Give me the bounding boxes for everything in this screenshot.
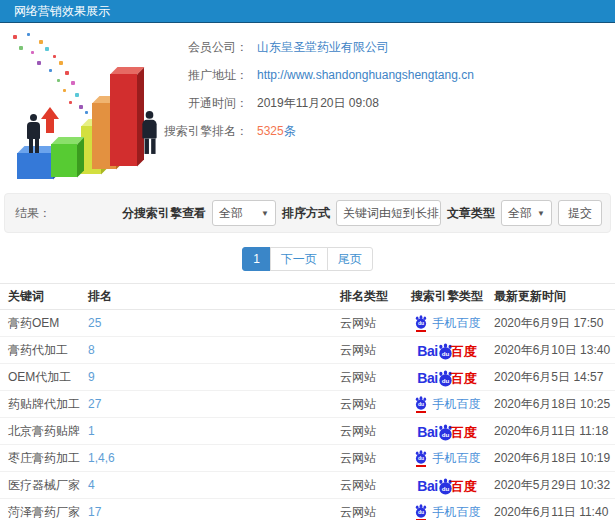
table-row: 北京膏药贴牌 1 云网站 Bai du 百度 2020年6月11日 11:18 [0,418,615,445]
chart-bar-green [51,144,77,177]
svg-text:du: du [417,320,423,326]
table-row: 膏药代加工 8 云网站 Bai du 百度 2020年6月10日 13:40 [0,337,615,364]
header-update-time: 最新更新时间 [494,288,615,305]
svg-text:du: du [417,455,423,461]
keyword-cell: 膏药OEM [0,315,88,332]
table-row: 菏泽膏药厂家 17 云网站 du 手机百度 2020年6月11日 11:40 [0,499,615,520]
company-link[interactable]: 山东皇圣堂药业有限公司 [257,39,389,56]
baidu-paw-icon: du [414,396,428,410]
svg-text:du: du [441,349,449,356]
update-time-cell: 2020年6月11日 11:18 [494,423,615,440]
rank-type-cell: 云网站 [340,342,400,359]
chevron-down-icon: ▼ [261,209,269,218]
confetti-dot [31,51,34,54]
svg-text:du: du [417,509,423,515]
header-rank-type: 排名类型 [340,288,400,305]
engine-cell: Bai du 百度 [400,478,494,493]
info-row-company: 会员公司： 山东皇圣堂药业有限公司 [150,33,611,61]
article-type-label: 文章类型 [447,205,495,222]
confetti-dot [75,93,79,97]
submit-button[interactable]: 提交 [558,200,602,226]
engine-filter-select[interactable]: 全部 ▼ [212,200,276,226]
top-section: 会员公司： 山东皇圣堂药业有限公司 推广地址： http://www.shand… [0,23,615,193]
baidu-mobile-logo: du 手机百度 [414,450,481,467]
rank-link[interactable]: 9 [88,370,95,384]
baidu-mobile-logo: du 手机百度 [414,396,481,413]
confetti-dot [63,89,66,92]
results-table: 关键词 排名 排名类型 搜索引擎类型 最新更新时间 膏药OEM 25 云网站 d… [0,283,615,520]
confetti-dot [37,61,41,65]
rank-link[interactable]: 8 [88,343,95,357]
table-row: 药贴牌代加工 27 云网站 du 手机百度 2020年6月18日 10:25 [0,391,615,418]
confetti-dot [71,81,75,85]
engine-rank-label: 搜索引擎排名： [150,123,248,140]
update-time-cell: 2020年6月9日 17:50 [494,315,615,332]
confetti-dot [69,101,72,104]
table-row: 膏药OEM 25 云网站 du 手机百度 2020年6月9日 17:50 [0,310,615,337]
rank-type-cell: 云网站 [340,396,400,413]
engine-cell: du 手机百度 [400,396,494,413]
promo-url-label: 推广地址： [150,67,248,84]
chevron-down-icon: ▼ [537,209,545,218]
confetti-dot [79,105,83,109]
rank-type-cell: 云网站 [340,315,400,332]
sort-select[interactable]: 关键词由短到长排序 ▼ [336,200,441,226]
article-type-select[interactable]: 全部 ▼ [501,200,552,226]
info-row-open-time: 开通时间： 2019年11月20日 09:08 [150,89,611,117]
filter-controls: 分搜索引擎查看 全部 ▼ 排序方式 关键词由短到长排序 ▼ 文章类型 全部 ▼ … [122,200,602,226]
keyword-cell: 菏泽膏药厂家 [0,504,88,520]
engine-label: 百度 [451,345,477,358]
rank-link[interactable]: 27 [88,397,101,411]
engine-cell: du 手机百度 [400,450,494,467]
keyword-cell: OEM代加工 [0,369,88,386]
engine-rank-value: 5325条 [257,123,296,140]
info-row-url: 推广地址： http://www.shandonghuangshengtang.… [150,61,611,89]
rank-link[interactable]: 1,4,6 [88,451,115,465]
header-keyword: 关键词 [0,288,88,305]
info-row-rank-count: 搜索引擎排名： 5325条 [150,117,611,145]
header-rank: 排名 [88,288,340,305]
confetti-dot [13,35,17,39]
open-time-value: 2019年11月20日 09:08 [257,95,379,112]
svg-text:du: du [417,401,423,407]
confetti-dot [57,79,60,82]
page-last[interactable]: 尾页 [327,247,373,271]
engine-cell: du 手机百度 [400,504,494,520]
promo-url-link[interactable]: http://www.shandonghuangshengtang.cn [257,68,474,82]
page-next[interactable]: 下一页 [270,247,328,271]
baidu-red-underline [416,465,426,467]
page-title: 网络营销效果展示 [14,4,110,18]
keyword-cell: 膏药代加工 [0,342,88,359]
confetti-dot [45,47,49,51]
header-engine-type: 搜索引擎类型 [400,288,494,305]
engine-label: 手机百度 [433,315,481,332]
rank-link[interactable]: 1 [88,424,95,438]
keyword-cell: 北京膏药贴牌 [0,423,88,440]
update-time-cell: 2020年5月29日 10:32 [494,477,615,494]
baidu-pc-logo: Bai du 百度 [417,343,476,358]
keyword-cell: 枣庄膏药加工 [0,450,88,467]
article-type-value: 全部 [508,205,532,222]
baidu-pc-logo: Bai du 百度 [417,424,476,439]
rank-link[interactable]: 17 [88,505,101,519]
update-time-cell: 2020年6月18日 10:25 [494,396,615,413]
engine-label: 百度 [451,372,477,385]
filter-bar: 结果： 分搜索引擎查看 全部 ▼ 排序方式 关键词由短到长排序 ▼ 文章类型 全… [4,193,611,233]
baidu-paw-icon: du [414,450,428,464]
engine-cell: du 手机百度 [400,315,494,332]
confetti-dot [39,40,43,44]
engine-cell: Bai du 百度 [400,343,494,358]
engine-cell: Bai du 百度 [400,370,494,385]
update-time-cell: 2020年6月5日 14:57 [494,369,615,386]
rank-unit[interactable]: 条 [284,124,296,138]
svg-text:du: du [441,430,449,437]
engine-label: 手机百度 [433,450,481,467]
member-info: 会员公司： 山东皇圣堂药业有限公司 推广地址： http://www.shand… [150,33,611,145]
engine-cell: Bai du 百度 [400,424,494,439]
rank-link[interactable]: 25 [88,316,101,330]
svg-text:du: du [441,484,449,491]
page-current[interactable]: 1 [242,247,271,271]
engine-filter-label: 分搜索引擎查看 [122,205,206,222]
table-header-row: 关键词 排名 排名类型 搜索引擎类型 最新更新时间 [0,283,615,310]
rank-link[interactable]: 4 [88,478,95,492]
